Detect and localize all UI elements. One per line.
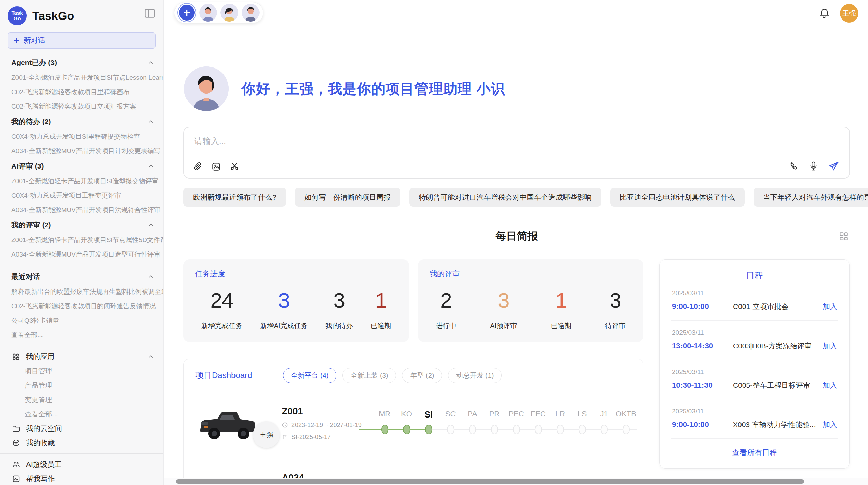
- view-all-schedule-link[interactable]: 查看所有日程: [671, 439, 838, 460]
- sidebar-section-my-review[interactable]: 我的评审 (2): [0, 217, 163, 233]
- chevron-up-icon[interactable]: [147, 163, 154, 170]
- add-agent-button[interactable]: [178, 4, 196, 22]
- tab-model-year[interactable]: 年型 (2): [402, 368, 442, 383]
- avatar[interactable]: [199, 4, 217, 22]
- suggestion-chip[interactable]: 如何写一份清晰的项目周报: [295, 188, 400, 207]
- sidebar-item-cloud-space[interactable]: 我的云空间: [0, 421, 163, 436]
- chevron-up-icon[interactable]: [147, 59, 154, 66]
- sidebar-item-ai-staff[interactable]: AI超级员工: [0, 457, 163, 472]
- bell-icon[interactable]: [819, 8, 830, 19]
- phone-icon[interactable]: [789, 161, 799, 171]
- sidebar-item-help-write[interactable]: 帮我写作: [0, 472, 163, 485]
- milestone-node[interactable]: [403, 425, 410, 434]
- sidebar-task-item[interactable]: A034-全新新能源MUV产品开发项目法规符合性评审: [0, 203, 163, 217]
- user-avatar[interactable]: 王强: [840, 4, 858, 23]
- sidebar-section-agent-done[interactable]: Agent已办 (3): [0, 55, 163, 71]
- schedule-time: 9:00-10:00: [672, 420, 733, 429]
- logo-text-bottom: Go: [14, 16, 21, 21]
- help-write-label: 帮我写作: [26, 474, 55, 484]
- chevron-up-icon[interactable]: [147, 222, 154, 228]
- layout-grid-icon[interactable]: [839, 231, 849, 241]
- sidebar-item-favorites[interactable]: 我的收藏: [0, 436, 163, 450]
- dashboard-tabs: 全新平台 (4) 全新上装 (3) 年型 (2) 动总开发 (1): [283, 368, 502, 383]
- sidebar-task-item[interactable]: A034-全新新能源MUV产品开发项目造型可行性评审: [0, 247, 163, 262]
- sidebar-task-item[interactable]: Z001-全新燃油轻卡产品开发项目SI造型提交物评审: [0, 174, 163, 188]
- milestone-node[interactable]: [623, 425, 630, 434]
- recent-chat-item[interactable]: C02-飞腾新能源轻客改款项目的闭环通告反馈情况: [0, 299, 163, 313]
- recent-view-all[interactable]: 查看全部...: [0, 328, 163, 342]
- horizontal-scrollbar[interactable]: [176, 479, 804, 484]
- flag-icon: [282, 434, 288, 440]
- suggestion-chip[interactable]: 特朗普可能对进口汽车增税会对中国车企造成哪些影响: [409, 188, 601, 207]
- milestone-node[interactable]: [601, 425, 608, 434]
- suggestion-chip[interactable]: 当下年轻人对汽车外观有怎样的喜好趋势: [754, 188, 868, 207]
- sidebar-item-project-mgmt[interactable]: 项目管理: [0, 364, 163, 378]
- scissors-icon[interactable]: [230, 162, 239, 171]
- schedule-date: 2025/03/11: [672, 289, 837, 297]
- sidebar-section-my-todo[interactable]: 我的待办 (2): [0, 114, 163, 129]
- tab-all-new-platform[interactable]: 全新平台 (4): [283, 368, 336, 383]
- milestone-node[interactable]: [425, 425, 432, 434]
- sidebar-section-ai-review[interactable]: AI评审 (3): [0, 158, 163, 174]
- schedule-item: 2025/03/11 9:00-10:00 X003-车辆动力学性能验... 加…: [671, 399, 838, 439]
- join-link[interactable]: 加入: [823, 341, 837, 351]
- schedule-title: 日程: [671, 270, 838, 281]
- sidebar-task-item[interactable]: Z001-全新燃油皮卡产品开发项目SI节点Lesson Learn报告: [0, 71, 163, 85]
- sidebar-section-recent[interactable]: 最近对话: [0, 269, 163, 285]
- milestone-node[interactable]: [447, 425, 454, 434]
- milestone-node[interactable]: [513, 425, 520, 434]
- avatar[interactable]: [242, 4, 260, 22]
- milestone-node[interactable]: [469, 425, 476, 434]
- sidebar-task-item[interactable]: Z001-全新燃油轻卡产品开发项目SI节点属性5D文件评审: [0, 233, 163, 247]
- sidebar-task-item[interactable]: C0X4-动力总成开发项目工程变更评审: [0, 188, 163, 203]
- send-icon[interactable]: [828, 161, 839, 171]
- image-icon[interactable]: [212, 162, 221, 171]
- join-link[interactable]: 加入: [823, 420, 837, 430]
- truck-image: [195, 404, 259, 443]
- topbar: 王强: [164, 0, 868, 25]
- sidebar-task-item[interactable]: C0X4-动力总成开发项目SI里程碑提交物检查: [0, 129, 163, 144]
- milestone-node[interactable]: [491, 425, 498, 434]
- chevron-up-icon[interactable]: [147, 353, 154, 360]
- project-flag: SI-2025-05-17: [291, 434, 331, 441]
- milestone-node[interactable]: [535, 425, 542, 434]
- sidebar-task-item[interactable]: C02-飞腾新能源轻客改款项目里程碑画布: [0, 85, 163, 99]
- apps-view-all[interactable]: 查看全部...: [0, 407, 163, 421]
- sidebar-collapse-icon[interactable]: [145, 9, 155, 18]
- section-title: Agent已办 (3): [11, 58, 57, 67]
- sidebar-item-my-apps[interactable]: 我的应用: [0, 349, 163, 364]
- sidebar-task-item[interactable]: C02-飞腾新能源轻客改款项目立项汇报方案: [0, 99, 163, 114]
- new-chat-button[interactable]: 新对话: [8, 32, 156, 49]
- message-input[interactable]: [194, 136, 646, 146]
- stat: 3 AI预评审: [490, 288, 517, 331]
- suggestion-chip[interactable]: 比亚迪全固态电池计划具体说了什么: [610, 188, 745, 207]
- horizontal-scrollbar-track[interactable]: [164, 478, 868, 485]
- milestone-label: FEC: [527, 410, 549, 420]
- recent-chat-item[interactable]: 解释最新出台的欧盟报废车法规再生塑料比例被调至15%...: [0, 285, 163, 299]
- dashboard-title: 项目Dashboard: [195, 370, 252, 381]
- milestone-node[interactable]: [381, 425, 388, 434]
- milestone-label-current: SI: [418, 410, 439, 420]
- join-link[interactable]: 加入: [823, 381, 837, 390]
- suggestion-chip[interactable]: 欧洲新规最近颁布了什么?: [183, 188, 286, 207]
- paperclip-icon[interactable]: [194, 162, 203, 171]
- chevron-up-icon[interactable]: [147, 273, 154, 280]
- tab-all-new-body[interactable]: 全新上装 (3): [342, 368, 396, 383]
- join-link[interactable]: 加入: [823, 302, 837, 311]
- recent-chat-item[interactable]: 公司Q3轻卡销量: [0, 313, 163, 328]
- stat: 1 已逾期: [551, 288, 571, 331]
- stat: 24 新增完成任务: [201, 288, 242, 331]
- microphone-icon[interactable]: [809, 161, 818, 171]
- my-apps-label: 我的应用: [26, 352, 55, 361]
- project-row[interactable]: 王强 Z001 2023-12-19 ~ 2027-01-19 SI-2025-…: [195, 397, 631, 449]
- tab-powertrain[interactable]: 动总开发 (1): [448, 368, 502, 383]
- milestone-node[interactable]: [557, 425, 564, 434]
- milestone-node[interactable]: [579, 425, 586, 434]
- sidebar-item-change-mgmt[interactable]: 变更管理: [0, 393, 163, 407]
- sidebar-task-item[interactable]: A034-全新新能源MUV产品开发项目计划变更表编写: [0, 144, 163, 158]
- milestone-label: SC: [439, 410, 461, 420]
- sidebar-item-product-mgmt[interactable]: 产品管理: [0, 378, 163, 393]
- assistant-avatar: [184, 66, 229, 111]
- chevron-up-icon[interactable]: [147, 118, 154, 125]
- avatar[interactable]: [220, 4, 238, 22]
